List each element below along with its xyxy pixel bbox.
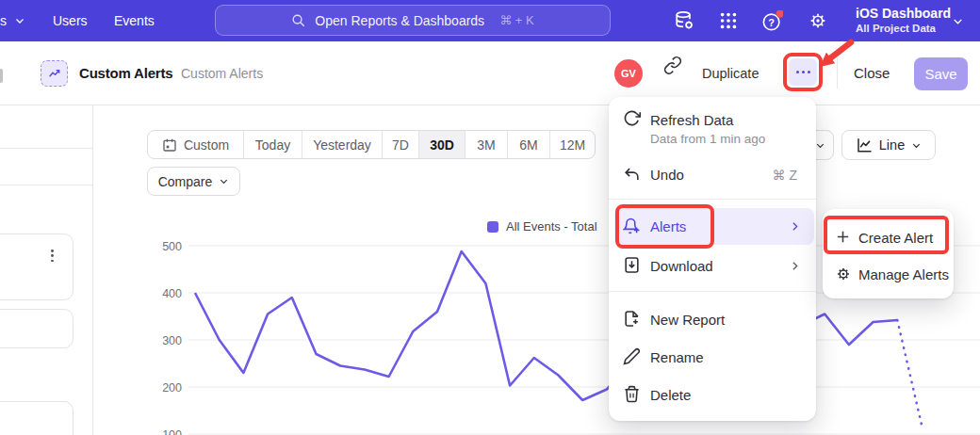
undo-shortcut: ⌘ Z <box>773 168 797 183</box>
undo-icon <box>623 166 641 187</box>
range-12m[interactable]: 12M <box>550 131 595 158</box>
range-today[interactable]: Today <box>244 131 302 158</box>
chevron-right-icon <box>789 260 801 272</box>
search-placeholder: Open Reports & Dashboards <box>315 13 484 28</box>
line-chart-icon <box>856 137 873 153</box>
duplicate-button[interactable]: Duplicate <box>702 66 759 81</box>
metric-card[interactable] <box>0 234 74 300</box>
chart-legend: All Events - Total <box>487 219 597 234</box>
collapsed-panel-handle <box>0 69 3 83</box>
nav-item-events[interactable]: Events <box>114 0 155 41</box>
builder-card[interactable] <box>0 401 74 435</box>
menu-item-new-report[interactable]: New Report <box>650 312 725 328</box>
rename-icon <box>623 347 641 369</box>
range-7d[interactable]: 7D <box>383 131 419 158</box>
builder-card[interactable] <box>0 309 74 348</box>
breadcrumb: Custom Alerts <box>181 66 263 81</box>
chevron-down-icon <box>952 15 964 27</box>
range-6m[interactable]: 6M <box>508 131 550 158</box>
legend-label: All Events - Total <box>506 219 597 234</box>
new-report-icon <box>623 310 641 331</box>
calendar-icon <box>162 137 177 153</box>
avatar[interactable]: GV <box>614 59 643 88</box>
menu-item-rename[interactable]: Rename <box>650 349 704 365</box>
report-header: Custom Alerts Custom Alerts GV Duplicate… <box>0 41 980 105</box>
app-root: 500400300200100 All Events - Total Custo… <box>0 0 980 435</box>
menu-item-refresh-sub: Data from 1 min ago <box>650 132 765 146</box>
global-search[interactable]: Open Reports & Dashboards ⌘ + K <box>215 5 611 36</box>
help-icon[interactable]: ? <box>762 10 783 31</box>
annotation-box-create-alert <box>824 216 949 254</box>
project-title: iOS Dashboard <box>856 5 951 22</box>
chevron-down-icon <box>911 140 922 151</box>
nav-item-users[interactable]: Users <box>53 0 88 41</box>
close-button[interactable]: Close <box>854 65 890 81</box>
project-subtitle: All Project Data <box>856 22 951 35</box>
refresh-icon <box>623 109 641 131</box>
chart-type-button[interactable]: Line <box>841 130 936 160</box>
data-management-icon[interactable] <box>674 10 694 31</box>
sidebar-divider <box>0 185 92 185</box>
query-builder-panel <box>0 105 93 435</box>
top-navbar: s Users Events Open Reports & Dashboards… <box>0 0 980 41</box>
sidebar-divider <box>0 148 92 149</box>
annotation-box-alerts <box>615 204 714 249</box>
range-custom[interactable]: Custom <box>148 131 244 158</box>
svg-text:400: 400 <box>162 287 182 300</box>
divider <box>837 57 838 89</box>
chevron-down-icon <box>219 176 229 186</box>
svg-text:?: ? <box>768 17 775 28</box>
date-range-control: Custom Today Yesterday 7D 30D 3M 6M 12M <box>147 130 596 159</box>
menu-divider <box>609 199 816 200</box>
menu-item-undo[interactable]: Undo <box>650 167 684 183</box>
svg-text:500: 500 <box>162 240 182 253</box>
chevron-down-icon <box>14 15 25 26</box>
compare-button[interactable]: Compare <box>147 167 240 196</box>
save-button[interactable]: Save <box>914 57 968 90</box>
nav-partial-item[interactable]: s <box>0 0 25 41</box>
chevron-down-icon <box>815 140 825 151</box>
menu-item-delete[interactable]: Delete <box>650 387 691 403</box>
page-title: Custom Alerts <box>79 65 172 81</box>
svg-text:100: 100 <box>162 428 182 435</box>
more-actions-menu: Refresh Data Data from 1 min ago Undo ⌘ … <box>609 97 816 421</box>
project-selector[interactable]: iOS Dashboard All Project Data <box>856 5 951 35</box>
settings-gear-icon[interactable] <box>808 10 828 31</box>
range-yesterday[interactable]: Yesterday <box>302 131 383 158</box>
menu-divider <box>609 291 816 292</box>
divider <box>0 105 980 105</box>
search-icon <box>291 13 305 27</box>
search-shortcut: ⌘ + K <box>499 13 534 27</box>
menu-item-refresh[interactable]: Refresh Data <box>650 112 733 128</box>
annotation-box-more-button <box>783 53 823 91</box>
manage-gear-icon <box>835 266 852 282</box>
line-chart-icon <box>47 66 62 81</box>
range-30d[interactable]: 30D <box>419 131 466 158</box>
kebab-menu-icon[interactable] <box>51 250 54 262</box>
svg-text:200: 200 <box>162 381 182 395</box>
menu-item-download[interactable]: Download <box>650 258 713 274</box>
chevron-right-icon <box>789 220 801 233</box>
range-3m[interactable]: 3M <box>466 131 508 158</box>
apps-grid-icon[interactable] <box>718 10 739 31</box>
report-icon <box>41 60 68 87</box>
delete-icon <box>623 385 641 407</box>
submenu-item-manage-alerts[interactable]: Manage Alerts <box>858 266 949 282</box>
download-icon <box>623 256 641 278</box>
share-link-icon[interactable] <box>663 56 682 74</box>
svg-text:300: 300 <box>162 334 182 347</box>
legend-swatch <box>487 221 498 233</box>
